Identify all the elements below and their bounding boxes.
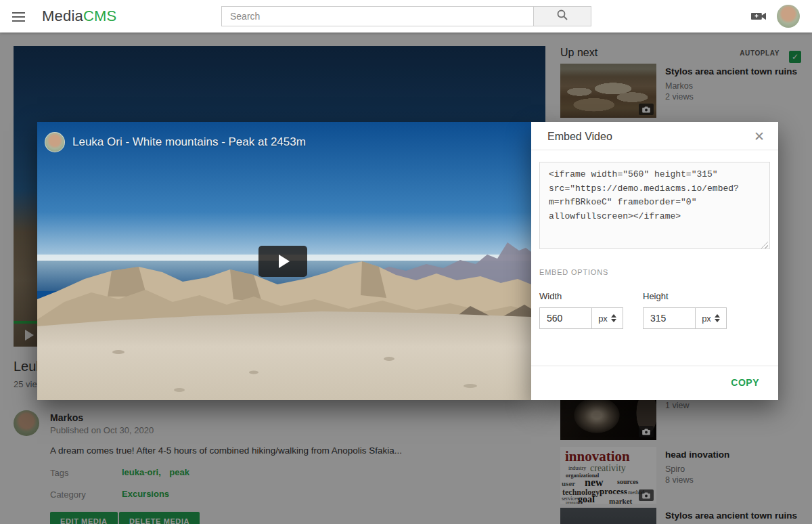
menu-button[interactable] [12,9,27,23]
preview-title: Leuka Ori - White mountains - Peak at 24… [72,135,306,149]
logo-media: Media [42,7,83,24]
hamburger-icon [12,12,27,22]
play-icon [279,255,290,268]
search-bar [221,6,591,26]
width-input[interactable] [539,307,592,329]
resize-handle-icon[interactable] [761,242,768,248]
embed-code-wrap: <iframe width="560" height="315" src="ht… [539,162,770,252]
search-icon [556,9,568,24]
preview-play-button[interactable] [258,246,307,277]
height-unit-select[interactable]: px [695,307,727,329]
width-label: Width [539,291,623,301]
embed-video-dialog: Embed Video ✕ <iframe width="560" height… [531,122,778,400]
search-button[interactable] [533,6,591,26]
updown-arrows-icon [715,314,720,322]
close-icon[interactable]: ✕ [754,129,765,144]
logo[interactable]: MediaCMS [42,7,116,25]
dialog-footer: COPY [531,366,778,400]
search-input[interactable] [221,6,533,26]
dialog-title: Embed Video [547,131,612,143]
dialog-header: Embed Video ✕ [531,122,778,150]
embed-options-label: EMBED OPTIONS [539,268,770,276]
dialog-body: <iframe width="560" height="315" src="ht… [531,150,778,336]
width-unit-select[interactable]: px [591,307,623,329]
copy-button[interactable]: COPY [731,377,759,388]
updown-arrows-icon [611,314,616,322]
app-header: MediaCMS [0,0,812,32]
videocam-plus-icon [751,13,767,24]
embed-options-fields: Width px Height px [539,291,770,336]
user-avatar[interactable] [777,5,800,28]
logo-cms: CMS [83,7,117,24]
embed-preview-player[interactable]: Leuka Ori - White mountains - Peak at 24… [37,122,531,400]
preview-titlebar: Leuka Ori - White mountains - Peak at 24… [37,122,531,162]
height-label: Height [643,291,727,301]
width-field: Width px [539,291,623,329]
preview-author-avatar [45,132,65,152]
embed-code-textarea[interactable]: <iframe width="560" height="315" src="ht… [539,162,770,249]
upload-media-button[interactable] [751,10,767,25]
height-input[interactable] [643,307,696,329]
height-field: Height px [643,291,727,329]
